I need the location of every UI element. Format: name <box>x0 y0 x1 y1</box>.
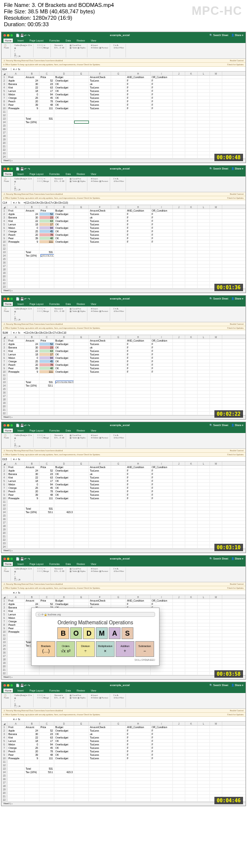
table-row[interactable]: 2 Apple2452OverbudgetTooLessFF <box>1 79 246 83</box>
table-row[interactable]: 3 Banana3023OKokFF <box>1 473 246 476</box>
tab-review[interactable]: Review <box>75 172 86 176</box>
table-row[interactable]: 2 Apple2452OverbudgetTooLessFF <box>1 469 246 473</box>
tab-page-layout[interactable]: Page Layout <box>28 302 45 306</box>
empty-row[interactable]: 18 <box>1 268 246 271</box>
tax-row[interactable]: 14Tax (10%) <box>1 121 246 124</box>
name-box[interactable]: D15 <box>1 458 11 461</box>
empty-row[interactable]: 15 <box>1 774 246 778</box>
enable-content-button[interactable]: Enable Content <box>230 323 244 325</box>
empty-row[interactable]: 15 <box>1 124 246 128</box>
sheet-tabs[interactable]: Sheet1 | + <box>1 289 246 293</box>
empty-row[interactable]: 21 <box>1 668 246 672</box>
empty-row[interactable]: 18 <box>1 784 246 788</box>
window-controls[interactable] <box>3 424 13 427</box>
total-row[interactable]: 13Total531 <box>1 251 246 254</box>
tab-data[interactable]: Data <box>64 302 73 306</box>
table-row[interactable]: 3 Banana3023OKokFF <box>1 83 246 86</box>
enable-content-button[interactable]: Enable Content <box>230 193 244 195</box>
table-row[interactable]: 6 Melon094OverbudgetTooLessFF <box>1 483 246 486</box>
empty-row[interactable]: 24 <box>1 545 246 549</box>
tab-data[interactable]: Data <box>64 39 73 43</box>
empty-row[interactable]: 16 <box>1 778 246 781</box>
name-box[interactable]: E14 <box>1 68 11 71</box>
empty-row[interactable]: 16 <box>1 518 246 521</box>
table-row[interactable]: 7 Orange2545OKTooLessFF <box>1 486 246 490</box>
tab-home[interactable]: Home <box>3 429 13 433</box>
tab-review[interactable]: Review <box>75 429 86 433</box>
check-updates-button[interactable]: Check for Updates <box>227 327 244 329</box>
empty-row[interactable]: 23 <box>1 285 246 289</box>
table-row[interactable]: 3 Banana3023OKokFF <box>1 346 246 349</box>
search-box[interactable]: 🔍 Search Sheet <box>209 557 228 560</box>
tab-data[interactable]: Data <box>64 689 73 693</box>
empty-row[interactable]: 16 <box>1 391 246 394</box>
tab-insert[interactable]: Insert <box>16 429 25 433</box>
table-row[interactable]: 8 Peach2078OverbudgetTooLessFF <box>1 490 246 493</box>
enable-content-button[interactable]: Enable Content <box>230 449 244 452</box>
empty-row[interactable]: 11 <box>1 374 246 377</box>
quick-access[interactable]: 📄 💾 ↶ ↷ <box>16 167 30 171</box>
table-row[interactable]: 8 Peach2078OverbudgetTooLessFF <box>1 100 246 103</box>
empty-row[interactable]: 19 <box>1 788 246 791</box>
tab-data[interactable]: Data <box>64 172 73 176</box>
empty-row[interactable]: 20 <box>1 791 246 795</box>
empty-row[interactable]: 15 <box>1 388 246 391</box>
column-headers[interactable]: ◢ ABCDEFGHIJKLM <box>1 462 246 466</box>
empty-row[interactable]: 17 <box>1 521 246 524</box>
table-row[interactable]: 7 Orange2545OKTooLessFF <box>1 746 246 750</box>
tab-home[interactable]: Home <box>3 302 13 306</box>
check-updates-button[interactable]: Check for Updates <box>227 587 244 589</box>
tab-review[interactable]: Review <box>75 562 86 566</box>
empty-row[interactable]: 16 <box>1 128 246 131</box>
share-button[interactable]: 👤 Share ▾ <box>231 34 244 37</box>
table-row[interactable]: 5 Lemon1817OKTooLessFF <box>1 479 246 483</box>
tab-view[interactable]: View <box>89 689 98 693</box>
tab-review[interactable]: Review <box>75 39 86 43</box>
formula-input[interactable]: =(C2+C3+C4+C5+C6+C7+C8+C9+C10) <box>22 201 246 204</box>
table-row[interactable]: 10 Pineapple9111OverbudgetTooLessFF <box>1 497 246 500</box>
empty-row[interactable]: 12 <box>1 114 246 117</box>
table-row[interactable]: 4 Kiwi2263OverbudgetTooLessFF <box>1 86 246 89</box>
share-button[interactable]: 👤 Share ▾ <box>231 557 244 560</box>
quick-access[interactable]: 📄 💾 ↶ ↷ <box>16 297 30 301</box>
share-button[interactable]: 👤 Share ▾ <box>231 684 244 687</box>
table-row[interactable]: 9 Pear3948OKTooLessFF <box>1 753 246 757</box>
empty-row[interactable]: 22 <box>1 672 246 675</box>
table-row[interactable]: 6 Melon094OverbudgetTooLessFF <box>1 356 246 360</box>
empty-row[interactable]: 21 <box>1 278 246 282</box>
table-row[interactable]: 3 Banana3023OKokFF <box>1 733 246 736</box>
spreadsheet[interactable]: ◢ ABCDEFGHIJKLM 1 FruitAmountPriceBudget… <box>1 722 246 802</box>
check-updates-button[interactable]: Check for Updates <box>227 63 244 66</box>
tab-formulas[interactable]: Formulas <box>48 429 61 433</box>
tab-view[interactable]: View <box>89 39 98 43</box>
empty-row[interactable]: 17 <box>1 781 246 784</box>
tab-formulas[interactable]: Formulas <box>48 39 61 43</box>
table-row[interactable]: 2 Apple2452OverbudgetTooLessFF <box>1 213 246 216</box>
tab-formulas[interactable]: Formulas <box>48 172 61 176</box>
table-row[interactable]: 7 Orange2545OKTooLessFF <box>1 360 246 363</box>
tab-page-layout[interactable]: Page Layout <box>28 429 45 433</box>
empty-row[interactable]: 21 <box>1 408 246 412</box>
empty-row[interactable]: 12 <box>1 247 246 251</box>
ribbon-body[interactable]: 📋Paste Calibri(Body) ▾ 12 ▾B I U | ▢ | A… <box>1 693 246 709</box>
empty-row[interactable]: 19 <box>1 528 246 531</box>
tab-view[interactable]: View <box>89 172 98 176</box>
table-row[interactable]: 9 Pear3948OKTooLessFF <box>1 103 246 107</box>
formula-bar[interactable]: C14 ✕ ✓ fx =(C2+C3+C4+C5+C6+C7+C8+C9+C10… <box>1 200 246 205</box>
tab-formulas[interactable]: Formulas <box>48 562 61 566</box>
empty-row[interactable]: 12 <box>1 377 246 381</box>
empty-row[interactable]: 20 <box>1 405 246 408</box>
column-headers[interactable]: ◢ ABCDEFGHIJKLM <box>1 335 246 339</box>
window-controls[interactable] <box>3 298 13 300</box>
table-row[interactable]: 4 Kiwi2263OverbudgetTooLessFF <box>1 219 246 223</box>
search-box[interactable]: 🔍 Search Sheet <box>209 297 228 300</box>
table-row[interactable]: 10 Pineapple9111OverbudgetTooLessFF <box>1 757 246 760</box>
ribbon-tabs[interactable]: HomeInsertPage LayoutFormulasDataReviewV… <box>1 428 246 433</box>
empty-row[interactable]: 21 <box>1 145 246 148</box>
empty-row[interactable]: 17 <box>1 394 246 398</box>
table-row[interactable]: 2 Apple2452OverbudgetTooLessFF <box>1 343 246 346</box>
empty-row[interactable]: 24 <box>1 155 246 159</box>
formula-bar[interactable]: ✕ ✓ fx <box>1 717 246 722</box>
empty-row[interactable]: 15 <box>1 514 246 518</box>
ribbon-body[interactable]: 📋Paste Calibri(Body) ▾ 12 ▾B I U | ▢ | A… <box>1 433 246 449</box>
